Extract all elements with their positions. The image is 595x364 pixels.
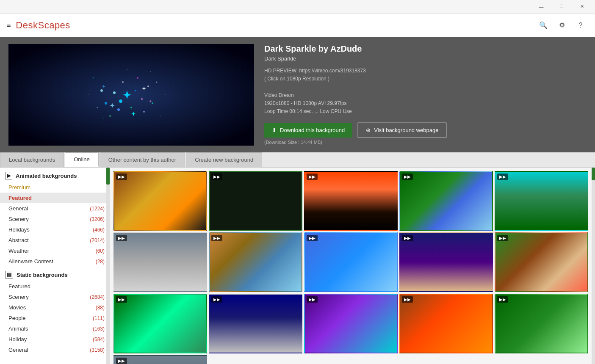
gallery-item-9[interactable]: ▶▶ [399, 232, 493, 292]
sidebar-item-weather[interactable]: Weather (60) [0, 245, 110, 256]
tab-author-content[interactable]: Other content by this author [100, 152, 185, 167]
gallery-item-14[interactable]: ▶▶ [399, 294, 493, 353]
featured-static-label: Featured [8, 283, 30, 290]
movies-label: Movies [8, 304, 26, 311]
alienware-label: Alienware Contest [8, 258, 53, 265]
tab-online-label: Online [74, 156, 90, 163]
sidebar-item-animals[interactable]: Animals (163) [0, 323, 110, 334]
download-label: Download this background [280, 127, 345, 133]
video-icon: ▶▶ [402, 235, 413, 241]
general-animated-label: General [8, 205, 28, 212]
preview-title: Dark Sparkle by AzDude [264, 44, 587, 54]
maximize-button[interactable]: ☐ [552, 0, 571, 14]
svg-point-4 [141, 98, 143, 100]
gallery: ▶▶▶▶▶▶▶▶▶▶▶▶▶▶▶▶▶▶▶▶▶▶▶▶▶▶▶▶▶▶▶▶ [110, 168, 592, 364]
gallery-item-6[interactable]: ▶▶ [113, 232, 207, 292]
gallery-item-2[interactable]: ▶▶ [209, 171, 302, 231]
animals-label: Animals [8, 325, 28, 332]
video-icon: ▶▶ [497, 235, 508, 241]
sidebar-item-general-static[interactable]: General (3158) [0, 345, 110, 355]
tab-local-label: Local backgrounds [9, 157, 55, 163]
preview-desc-line2: ( Click on 1080p Resolution ) [264, 76, 329, 82]
preview-canvas [8, 44, 254, 146]
movies-count: (88) [96, 305, 105, 311]
visit-webpage-button[interactable]: ⊕ Visit background webpage [357, 122, 447, 138]
holidays-label: Holidays [8, 226, 30, 233]
sidebar-item-movies[interactable]: Movies (88) [0, 302, 110, 313]
settings-button[interactable]: ⚙ [554, 18, 570, 33]
hamburger-icon[interactable]: ≡ [7, 22, 11, 29]
gallery-item-11[interactable]: ▶▶ [113, 294, 207, 353]
static-section-icon: ▤ [5, 271, 13, 279]
gallery-item-12[interactable]: ▶▶ [209, 294, 302, 353]
svg-point-17 [97, 107, 98, 108]
help-button[interactable]: ? [573, 18, 588, 33]
svg-point-10 [143, 111, 145, 113]
svg-point-20 [127, 69, 127, 70]
animated-section-header: ▶ Animated backgrounds [0, 168, 110, 182]
preview-desc-line1: HD PREVIEW: https://vimeo.com/319318373 [264, 68, 366, 74]
alienware-count: (28) [96, 259, 105, 265]
gallery-item-7[interactable]: ▶▶ [209, 232, 302, 292]
gallery-scrollbar-thumb [592, 168, 595, 180]
gallery-item-1[interactable]: ▶▶ [113, 171, 207, 231]
abstract-label: Abstract [8, 237, 29, 243]
weather-label: Weather [8, 248, 29, 254]
svg-point-8 [147, 85, 149, 87]
gallery-item-16[interactable]: ▶▶ [113, 355, 207, 364]
sidebar: ▶ Animated backgrounds Premium Featured … [0, 168, 110, 364]
search-button[interactable]: 🔍 [536, 18, 551, 33]
sidebar-item-scenery-animated[interactable]: Scenery (3206) [0, 214, 110, 224]
sidebar-item-alienware[interactable]: Alienware Contest (28) [0, 256, 110, 267]
gallery-item-15[interactable]: ▶▶ [495, 294, 588, 353]
animated-section-icon: ▶ [5, 172, 12, 179]
gallery-scrollbar[interactable] [592, 168, 595, 364]
scenery-static-count: (2684) [90, 294, 105, 300]
titlebar: — ☐ ✕ [0, 0, 595, 14]
svg-point-21 [150, 71, 151, 72]
sidebar-item-holidays[interactable]: Holidays (466) [0, 224, 110, 235]
svg-point-22 [103, 118, 104, 119]
gallery-item-5[interactable]: ▶▶ [495, 171, 588, 231]
tab-online[interactable]: Online [65, 152, 99, 167]
gallery-item-4[interactable]: ▶▶ [399, 171, 493, 231]
video-icon: ▶▶ [497, 174, 508, 180]
download-background-button[interactable]: ⬇ Download this background [264, 123, 352, 138]
sidebar-item-premium[interactable]: Premium [0, 182, 110, 193]
tabs-bar: Local backgrounds Online Other content b… [0, 152, 595, 168]
svg-point-15 [109, 115, 111, 117]
minimize-button[interactable]: — [531, 0, 551, 14]
sidebar-item-people[interactable]: People (111) [0, 313, 110, 323]
tab-create[interactable]: Create new background [186, 152, 262, 167]
preview-desc-line4: Video Dream [264, 92, 294, 98]
sidebar-item-scenery-static[interactable]: Scenery (2684) [0, 292, 110, 302]
video-icon: ▶▶ [307, 235, 318, 241]
video-icon: ▶▶ [211, 296, 222, 303]
svg-point-24 [89, 94, 89, 95]
sidebar-item-featured-animated[interactable]: Featured [0, 193, 110, 203]
video-icon: ▶▶ [116, 296, 127, 303]
gallery-item-10[interactable]: ▶▶ [495, 232, 588, 292]
svg-point-23 [165, 94, 166, 95]
static-section-label: Static backgrounds [17, 272, 68, 278]
holidays-count: (466) [93, 227, 105, 233]
video-icon: ▶▶ [307, 174, 318, 180]
sidebar-scrollbar[interactable] [106, 168, 110, 364]
gallery-item-13[interactable]: ▶▶ [304, 294, 398, 353]
svg-point-13 [100, 89, 103, 92]
general-static-label: General [8, 347, 28, 353]
sidebar-item-holiday-static[interactable]: Holiday (684) [0, 334, 110, 345]
gallery-item-8[interactable]: ▶▶ [304, 232, 398, 292]
tab-local-backgrounds[interactable]: Local backgrounds [0, 152, 64, 167]
video-icon: ▶▶ [116, 235, 127, 241]
main-content: ▶ Animated backgrounds Premium Featured … [0, 168, 595, 364]
preview-desc-line6: Loop Time 00:14 sec. ... Low CPU Use [264, 108, 352, 114]
sidebar-item-featured-static[interactable]: Featured [0, 281, 110, 292]
sidebar-item-general-animated[interactable]: General (1224) [0, 203, 110, 214]
gallery-item-3[interactable]: ▶▶ [304, 171, 398, 231]
featured-animated-label: Featured [8, 195, 32, 201]
sidebar-item-abstract[interactable]: Abstract (2014) [0, 235, 110, 245]
close-button[interactable]: ✕ [572, 0, 592, 14]
scenery-static-label: Scenery [8, 294, 29, 300]
svg-point-7 [117, 108, 120, 111]
